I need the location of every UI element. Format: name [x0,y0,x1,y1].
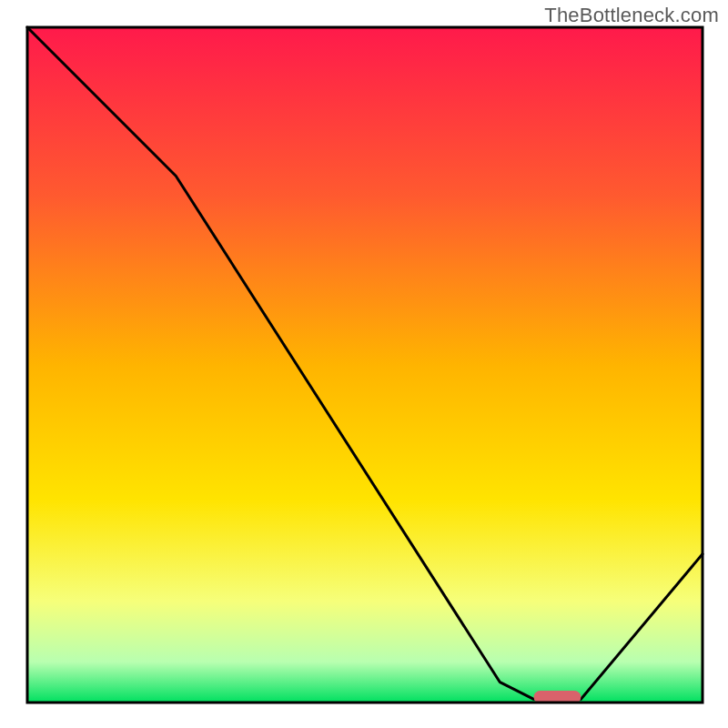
bottleneck-chart [0,0,728,728]
